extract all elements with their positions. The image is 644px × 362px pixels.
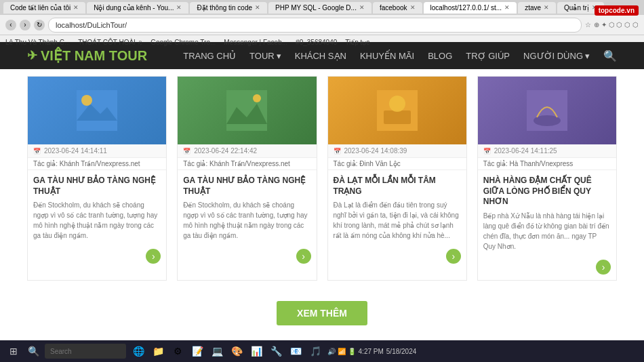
article-3-body: ĐÀ LẠT MỖI LẦN MỖI TÂM TRẠNG Đà Lạt là đ…	[328, 170, 466, 246]
article-1-meta: 📅 2023-06-24 14:14:11	[28, 144, 166, 158]
tab-3-close[interactable]: ✕	[255, 4, 260, 11]
article-1-more-btn[interactable]: ›	[146, 249, 161, 264]
article-3-more-btn[interactable]: ›	[446, 249, 461, 264]
tab-5[interactable]: facebook✕	[373, 2, 422, 14]
article-4-placeholder-icon	[527, 90, 567, 131]
browser-chrome: Code tất liên của tôi✕ Nội dung của kênh…	[0, 0, 644, 42]
taskbar-date: 5/18/2024	[386, 348, 417, 355]
tab-1-close[interactable]: ✕	[73, 4, 79, 11]
tab-7-close[interactable]: ✕	[544, 4, 549, 11]
taskbar-search-input[interactable]	[45, 344, 126, 359]
svg-point-2	[81, 95, 92, 106]
nav-tour[interactable]: TOUR ▾	[249, 51, 281, 61]
article-3-image	[328, 77, 466, 144]
article-1-image	[28, 77, 166, 144]
article-2-author: Tác giả: Khánh Trần/Vnexpress.net	[178, 158, 316, 170]
article-2-body: Ga tàu như bảo tàng nghệ thuật Đến Stock…	[178, 170, 316, 246]
calendar-icon-2: 📅	[183, 148, 190, 155]
nav-tour-label: TOUR	[249, 51, 275, 61]
svg-point-5	[253, 94, 261, 102]
taskbar-app-6[interactable]: 🎨	[228, 342, 245, 360]
nav-trang-chu[interactable]: TRANG CHỦ	[183, 51, 236, 61]
tab-4-close[interactable]: ✕	[359, 4, 365, 11]
article-4-image	[478, 77, 616, 144]
tab-1[interactable]: Code tất liên của tôi✕	[3, 2, 85, 14]
taskbar: ⊞ 🔍 🌐 📁 ⚙ 📝 💻 🎨 📊 🔧 📧 🎵 🔊 📶 🔋 4:27 PM 5/…	[0, 340, 644, 362]
back-button[interactable]: ‹	[5, 20, 16, 31]
article-1-author: Tác giả: Khánh Trần/Vnexpress.net	[28, 158, 166, 170]
article-4-excerpt: Bếp nhà Xứ Nẫu là nhà hàng tái hiện lại …	[483, 211, 611, 252]
calendar-icon-1: 📅	[33, 148, 41, 155]
tab-6-close[interactable]: ✕	[504, 4, 510, 11]
content-area: 📅 2023-06-24 14:14:11 Tác giả: Khánh Trầ…	[0, 69, 644, 353]
article-2-more: ›	[178, 246, 316, 269]
taskbar-app-2[interactable]: 📁	[149, 342, 167, 360]
calendar-icon-3: 📅	[334, 148, 341, 155]
site-header: ✈ VIỆT NAM TOUR TRANG CHỦ TOUR ▾ KHÁCH S…	[0, 42, 644, 69]
forward-button[interactable]: ›	[20, 20, 31, 31]
article-2-meta: 📅 2023-06-24 22:14:42	[178, 144, 316, 158]
tab-bar: Code tất liên của tôi✕ Nội dung của kênh…	[0, 0, 644, 15]
extension-icons: ⊕ ✦ ⬡ ⬡ ⬡ ⬡	[594, 21, 639, 28]
taskbar-app-10[interactable]: 🎵	[306, 342, 324, 360]
article-1-placeholder-icon	[77, 90, 117, 131]
article-1-more: ›	[28, 246, 166, 269]
bookmark-5[interactable]: #0_35684040	[296, 39, 337, 46]
bookmark-star-icon[interactable]: ☆	[585, 21, 591, 28]
tab-3[interactable]: Đặt thông tin code✕	[190, 2, 267, 14]
article-card-3: 📅 2023-06-24 14:08:39 Tác giả: Đinh Văn …	[327, 76, 467, 281]
nav-nguoi-dung-label: NGƯỜI DÙNG	[523, 51, 583, 61]
tab-6[interactable]: localhost/127.0.0.1/ st...✕	[424, 2, 517, 14]
taskbar-tray: 🔊 📶 🔋 4:27 PM 5/18/2024	[327, 348, 416, 355]
nav-nguoi-dung-dropdown-icon: ▾	[585, 51, 590, 61]
topcode-watermark: topcode.vn	[595, 5, 639, 16]
site-logo-text: VIỆT NAM TOUR	[41, 47, 147, 64]
taskbar-app-4[interactable]: 📝	[188, 342, 206, 360]
svg-rect-7	[384, 110, 411, 124]
see-more-button[interactable]: XEM THÊM	[277, 301, 367, 325]
tab-2[interactable]: Nội dung của kênh - You...✕	[87, 2, 188, 14]
website-content: ✈ VIỆT NAM TOUR TRANG CHỦ TOUR ▾ KHÁCH S…	[0, 42, 644, 362]
nav-nguoi-dung[interactable]: NGƯỜI DÙNG ▾	[523, 51, 590, 61]
reload-button[interactable]: ↻	[34, 20, 45, 31]
site-logo[interactable]: ✈ VIỆT NAM TOUR	[27, 47, 147, 64]
bookmark-2[interactable]: THOÁT CÔT HOÀI ♫	[78, 39, 142, 46]
search-icon[interactable]: 🔍	[603, 49, 617, 62]
tab-7[interactable]: ztave✕	[518, 2, 556, 14]
svg-rect-3	[226, 90, 267, 131]
start-button[interactable]: ⊞	[5, 343, 22, 359]
bookmark-3[interactable]: Google Chrome Tro...	[150, 39, 216, 46]
article-4-date: 2023-06-24 14:11:25	[494, 147, 557, 155]
taskbar-app-9[interactable]: 📧	[287, 342, 304, 360]
article-3-placeholder-icon	[377, 90, 418, 131]
taskbar-app-1[interactable]: 🌐	[129, 342, 147, 360]
article-2-image	[178, 77, 316, 144]
logo-plane-icon: ✈	[27, 48, 37, 63]
tab-7-label: ztave	[525, 4, 541, 12]
nav-tro-giup[interactable]: TRỢ GIÚP	[466, 51, 510, 61]
search-taskbar-icon[interactable]: 🔍	[25, 343, 41, 359]
taskbar-app-3[interactable]: ⚙	[169, 342, 186, 360]
bookmark-4[interactable]: Messenger | Faceb...	[224, 39, 287, 46]
article-2-more-btn[interactable]: ›	[296, 249, 311, 264]
bookmark-1[interactable]: Lê Thu Và Thành C...	[5, 39, 70, 46]
url-bar[interactable]	[48, 18, 582, 33]
site-nav: TRANG CHỦ TOUR ▾ KHÁCH SẠN KHUYẾN MÃI BL…	[183, 49, 617, 62]
taskbar-app-8[interactable]: 🔧	[267, 342, 285, 360]
calendar-icon-4: 📅	[483, 148, 491, 155]
taskbar-apps: 🌐 📁 ⚙ 📝 💻 🎨 📊 🔧 📧 🎵	[129, 342, 324, 360]
taskbar-app-7[interactable]: 📊	[247, 342, 265, 360]
tab-5-close[interactable]: ✕	[410, 4, 416, 11]
nav-khach-san[interactable]: KHÁCH SẠN	[295, 51, 346, 61]
article-4-title: Nhà hàng đậm chất quê giữa lòng phố biển…	[483, 176, 611, 207]
article-2-title: Ga tàu như bảo tàng nghệ thuật	[183, 176, 310, 197]
article-4-more: ›	[478, 257, 616, 280]
nav-khuyen-mai[interactable]: KHUYẾN MÃI	[360, 51, 414, 61]
tab-2-close[interactable]: ✕	[176, 4, 182, 11]
article-2-excerpt: Đến Stockholm, du khách sẽ choáng ngợp v…	[183, 200, 310, 241]
bookmark-6[interactable]: Tiếp tục	[345, 39, 369, 46]
article-4-more-btn[interactable]: ›	[596, 260, 611, 275]
tab-4[interactable]: PHP MY SQL - Google D...✕	[268, 2, 371, 14]
nav-blog[interactable]: BLOG	[428, 51, 452, 61]
taskbar-app-5[interactable]: 💻	[208, 342, 226, 360]
